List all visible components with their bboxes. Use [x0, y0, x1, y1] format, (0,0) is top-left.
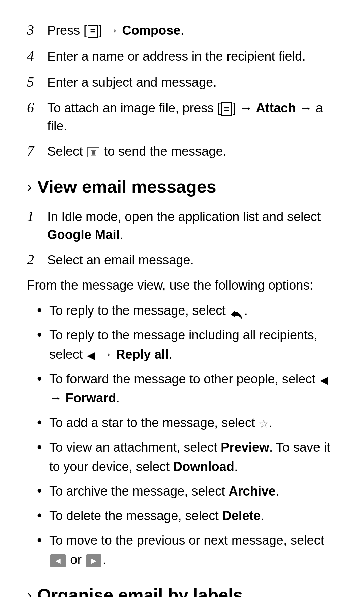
menu-icon-3: ≡ [88, 25, 98, 38]
organise-email-heading: › Organise email by labels [27, 585, 337, 597]
organise-email-title: Organise email by labels [37, 585, 243, 597]
step-7: 7 Select ▣ to send the message. [27, 141, 337, 161]
view-step-2-text: Select an email message. [47, 251, 194, 269]
reply-all-bold: Reply all [116, 347, 169, 361]
bullet-reply: To reply to the message, select . [37, 301, 337, 320]
bullet-forward: To forward the message to other people, … [37, 369, 337, 408]
view-step-1-text: In Idle mode, open the application list … [47, 208, 337, 244]
bullet-reply-text: To reply to the message, select . [49, 303, 248, 318]
bullet-attachment-text: To view an attachment, select Preview. T… [49, 440, 330, 474]
view-email-title: View email messages [37, 176, 216, 197]
step-3: 3 Press [≡] → Compose. [27, 20, 337, 40]
send-icon: ▣ [87, 147, 99, 157]
delete-bold: Delete [222, 509, 261, 523]
menu-icon-6: ≡ [221, 102, 232, 116]
step-number-3: 3 [27, 20, 47, 40]
download-bold: Download [173, 459, 235, 474]
attach-bold: Attach [256, 101, 296, 115]
view-step-1: 1 In Idle mode, open the application lis… [27, 207, 337, 244]
view-email-chevron: › [27, 178, 32, 195]
view-step-number-1: 1 [27, 207, 47, 227]
step-number-4: 4 [27, 46, 47, 66]
step-number-5: 5 [27, 72, 47, 92]
view-email-heading: › View email messages [27, 176, 337, 197]
prev-btn: ◄ [50, 554, 66, 567]
bullet-delete-text: To delete the message, select Delete. [49, 509, 264, 523]
bullet-reply-all-text: To reply to the message including all re… [49, 328, 317, 361]
forward-bold: Forward [66, 391, 116, 405]
view-step-2: 2 Select an email message. [27, 250, 337, 270]
compose-bold: Compose [122, 23, 180, 37]
step-number-7: 7 [27, 141, 47, 161]
preview-bold: Preview [221, 440, 269, 454]
view-step-number-2: 2 [27, 250, 47, 270]
bullet-reply-all: To reply to the message including all re… [37, 326, 337, 364]
arrow-left-icon-2: ◀ [320, 372, 328, 388]
step-4-text: Enter a name or address in the recipient… [47, 48, 306, 65]
bullet-attachment: To view an attachment, select Preview. T… [37, 438, 337, 476]
step-7-text: Select ▣ to send the message. [47, 143, 226, 160]
google-mail-bold: Google Mail [47, 228, 120, 242]
archive-bold: Archive [229, 484, 275, 498]
view-bullets: To reply to the message, select . To rep… [37, 301, 337, 569]
bullet-archive: To archive the message, select Archive. [37, 482, 337, 501]
step-5: 5 Enter a subject and message. [27, 72, 337, 92]
step-number-6: 6 [27, 98, 47, 118]
star-icon: ☆ [259, 415, 269, 432]
bullet-navigate-text: To move to the previous or next message,… [49, 533, 324, 567]
arrow-left-icon-1: ◀ [87, 347, 95, 363]
reply-icon [229, 306, 244, 317]
bullet-forward-text: To forward the message to other people, … [49, 372, 329, 405]
step-3-text: Press [≡] → Compose. [47, 22, 184, 39]
next-btn: ► [86, 554, 102, 567]
step-6: 6 To attach an image file, press [≡] → A… [27, 98, 337, 135]
bullet-delete: To delete the message, select Delete. [37, 506, 337, 526]
step-4: 4 Enter a name or address in the recipie… [27, 46, 337, 66]
view-intro-text: From the message view, use the following… [27, 276, 337, 295]
step-6-text: To attach an image file, press [≡] → Att… [47, 99, 337, 135]
step-5-text: Enter a subject and message. [47, 73, 217, 91]
bullet-star: To add a star to the message, select ☆. [37, 413, 337, 432]
bullet-star-text: To add a star to the message, select ☆. [49, 416, 272, 430]
organise-email-chevron: › [27, 587, 32, 597]
bullet-archive-text: To archive the message, select Archive. [49, 484, 279, 498]
bullet-navigate: To move to the previous or next message,… [37, 531, 337, 569]
